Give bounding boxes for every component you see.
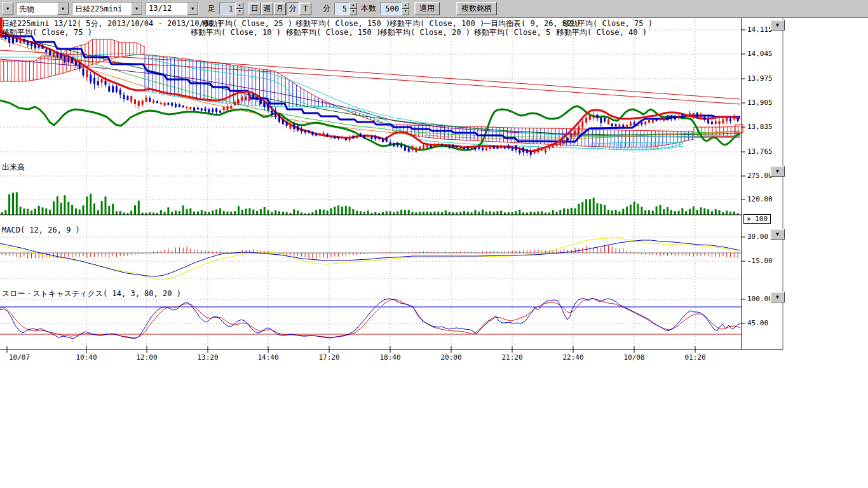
time-axis-label: 12:00 [136, 353, 157, 362]
volume-multiplier-box: × 100 [743, 214, 771, 224]
time-axis-label: 01:20 [684, 353, 705, 362]
macd-panel-label: MACD( 12, 26, 9 ) [2, 226, 80, 234]
indicator-header-row-1: 日経225mini 13/12( 5分, 2013/10/04 - 2013/1… [0, 18, 737, 27]
spin-down-icon[interactable]: ▼ [349, 9, 357, 15]
indicator-label: 移動平均( Close, 40 ) [557, 27, 647, 38]
panel-scale-dropdown-button[interactable]: ▼ [770, 292, 785, 302]
period-button-group: 日 週 月 分 T [248, 3, 311, 15]
time-axis-label: 21:20 [501, 353, 522, 362]
minute-label: 分 [322, 3, 332, 14]
symbol-select[interactable]: 日経225mini ▼ [72, 2, 143, 15]
price-axis-label: 14,115 [747, 25, 773, 34]
panel-scale-dropdown-button[interactable]: ▼ [770, 166, 785, 177]
volume-panel-label: 出来高 [2, 162, 25, 173]
chevron-down-icon[interactable]: ▼ [57, 3, 69, 15]
period-month-button[interactable]: 月 [274, 3, 286, 15]
chevron-down-icon[interactable]: ▼ [2, 2, 13, 15]
indicator-label: 移動平均( Close, 75 ) [2, 27, 92, 38]
time-axis-label: 20:00 [440, 353, 461, 362]
time-axis-label: 17:20 [318, 353, 339, 362]
instrument-type-value: 先物 [17, 3, 57, 15]
multi-symbol-button[interactable]: 複数銘柄 [456, 2, 497, 15]
bars-count-value[interactable]: 500 [380, 3, 402, 15]
spin-up-icon[interactable]: ▲ [236, 3, 243, 9]
chevron-down-icon[interactable]: ▼ [131, 3, 142, 15]
price-axis-label: 13,835 [747, 123, 773, 131]
time-axis-label: 10/07 [9, 353, 30, 362]
panel-scale-dropdown-button[interactable]: ▼ [770, 20, 785, 30]
bar-label: 足 [207, 3, 217, 14]
time-axis-label: 10/08 [623, 353, 644, 362]
price-axis-label: 14,045 [747, 50, 773, 58]
time-axis-label: 14:40 [257, 353, 278, 362]
stochastics-panel-label: スロー・ストキャスティクス( 14, 3, 80, 20 ) [2, 288, 181, 299]
time-axis-label: 10:40 [76, 353, 97, 362]
spinner-buttons[interactable]: ▲▼ [236, 3, 243, 15]
indicator-label: 移動平均( Close, 10 ) [191, 27, 281, 38]
chevron-down-icon[interactable]: ▼ [187, 3, 198, 15]
spin-down-icon[interactable]: ▼ [402, 9, 409, 15]
spin-up-icon[interactable]: ▲ [402, 3, 409, 9]
spin-down-icon[interactable]: ▼ [236, 9, 243, 15]
bar-interval-stepper[interactable]: 1 ▲▼ [219, 3, 243, 15]
symbol-value: 日経225mini [72, 3, 131, 15]
period-day-button[interactable]: 日 [248, 3, 261, 15]
macd-axis-label: -15.00 [747, 257, 773, 265]
time-axis-label: 13:20 [197, 353, 218, 362]
bars-count-stepper[interactable]: 500 ▲▼ [380, 3, 409, 15]
instrument-type-select[interactable]: 先物 ▼ [16, 2, 69, 15]
period-minute-button[interactable]: 分 [287, 3, 299, 15]
panel-scale-dropdown-button[interactable]: ▼ [770, 229, 785, 240]
volume-axis-label: 275.00 [747, 172, 773, 180]
spin-up-icon[interactable]: ▲ [349, 3, 357, 9]
period-week-button[interactable]: 週 [261, 3, 273, 15]
stochastics-axis-label: 45.00 [747, 319, 768, 327]
price-axis-label: 13,975 [747, 74, 773, 83]
time-axis-label: 18:40 [379, 353, 400, 362]
contract-month-select[interactable]: 13/12 ▼ [146, 2, 199, 15]
bars-count-label: 本数 [360, 3, 377, 14]
minute-value[interactable]: 5 [334, 3, 349, 15]
minute-stepper[interactable]: 5 ▲▼ [334, 3, 357, 15]
price-axis-label: 13,905 [747, 98, 773, 107]
volume-axis-label: 120.00 [747, 195, 773, 203]
indicator-label: 移動平均( Close, 20 ) [380, 27, 470, 38]
chart-area: 日経225mini 13/12( 5分, 2013/10/04 - 2013/1… [0, 18, 868, 488]
indicator-label: 移動平均( Close, 150 ) [286, 27, 381, 38]
spinner-buttons[interactable]: ▲▼ [402, 3, 409, 15]
app-window: ▼ 先物 ▼ 日経225mini ▼ 13/12 ▼ 足 1 ▲▼ 日 週 月 … [0, 0, 868, 488]
indicator-label: 移動平均( Close, 5 ) [474, 27, 560, 38]
stochastics-axis-label: 100.00 [747, 295, 773, 303]
spinner-buttons[interactable]: ▲▼ [349, 3, 357, 15]
toolbar: ▼ 先物 ▼ 日経225mini ▼ 13/12 ▼ 足 1 ▲▼ 日 週 月 … [0, 0, 868, 18]
apply-button[interactable]: 適用 [414, 2, 440, 15]
contract-month-value: 13/12 [146, 3, 187, 15]
chart-canvas[interactable] [0, 18, 868, 488]
time-axis-label: 22:40 [562, 353, 583, 362]
period-tick-button[interactable]: T [299, 3, 311, 15]
price-axis-label: 13,765 [747, 147, 773, 156]
bar-interval-value[interactable]: 1 [219, 3, 236, 15]
macd-axis-label: 30.00 [747, 233, 768, 241]
indicator-header-row-2: 移動平均( Close, 75 )移動平均( Close, 10 )移動平均( … [0, 27, 737, 36]
mini-dropdown[interactable]: ▼ [2, 2, 13, 15]
